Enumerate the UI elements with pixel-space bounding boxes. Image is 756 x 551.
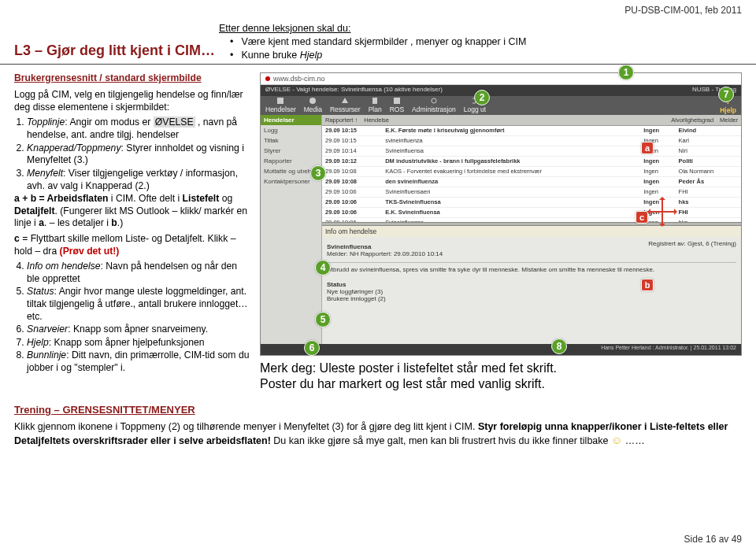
- detail-pane: Info om hendelse Svineinfluensa Registre…: [322, 226, 741, 356]
- svg-point-4: [432, 98, 436, 103]
- callout-b: b: [641, 279, 654, 291]
- training-head: Trening – GRENSESNITTET/MENYER: [14, 404, 756, 416]
- status-head: Status: [327, 281, 736, 288]
- table-row[interactable]: 29.09 10:15svineinfluenzaIngenKarl: [322, 135, 741, 146]
- point-8: Bunnlinje: Ditt navn, din primærrolle, C…: [27, 349, 250, 374]
- callout-4: 4: [315, 260, 331, 276]
- list-toolbar: Rapportert ↑ Hendelse Alvorlighetsgrad M…: [322, 115, 741, 126]
- detail-meta: Melder: NH Rapportert: 29.09.2010 10:14: [327, 250, 736, 257]
- table-row[interactable]: 29.09 10:06SvineinfluensaenIngenFHI: [322, 187, 741, 197]
- table-row[interactable]: 29.09 10:06TKS-SvineinfluensaIngenhks: [322, 197, 741, 207]
- arrow-horizontal-icon: [649, 211, 676, 213]
- menu-ros[interactable]: ROS: [388, 97, 406, 113]
- sidebar-item[interactable]: Rapporter: [261, 156, 321, 166]
- table-row[interactable]: 29.09 10:08den svineinfluenzaIngenPeder …: [322, 176, 741, 187]
- training-body: Klikk gjennom ikonene i Toppmeny (2) og …: [14, 420, 742, 448]
- doc-id: PU-DSB-CIM-001, feb 2011: [624, 5, 742, 16]
- callout-5: 5: [315, 312, 331, 327]
- menu-hendelser[interactable]: Hendelser: [264, 97, 298, 113]
- svg-rect-3: [394, 98, 400, 104]
- table-row[interactable]: 29.09 10:15E.K. Første møte i kriseutval…: [322, 126, 741, 136]
- menu-media[interactable]: Media: [302, 97, 324, 113]
- callout-2: 2: [474, 90, 490, 105]
- objective-1: Være kjent med standard skjermbilder , m…: [219, 35, 526, 49]
- svg-point-1: [309, 98, 316, 104]
- objectives: Etter denne leksjonen skal du: Være kjen…: [219, 22, 526, 62]
- url-text: www.dsb-cim.no: [273, 75, 325, 83]
- table-row[interactable]: 29.09 10:08KAOS - Forventet evakuering i…: [322, 166, 741, 176]
- callout-a: a: [641, 142, 654, 154]
- detail-registered: Registrert av: Gjest, 6 (Trening): [648, 240, 736, 250]
- sidebar-item[interactable]: Tiltak: [261, 135, 321, 146]
- lesson-title: L3 – Gjør deg litt kjent i CIM…: [14, 43, 219, 62]
- point-3: Menyfelt: Viser tilgjengelige verktøy / …: [27, 168, 250, 192]
- point-4: Info om hendelse: Navn på hendelsen og n…: [27, 261, 250, 285]
- menu-bar[interactable]: Hendelser Media Ressurser Plan ROS Admin…: [261, 96, 741, 115]
- point-c: c = Flyttbart skille mellom Liste- og De…: [14, 233, 250, 257]
- url-bar: www.dsb-cim.no: [261, 73, 741, 85]
- point-7: Hjelp: Knapp som åpner hjelpefunksjonen: [27, 337, 250, 349]
- point-5: Status: Angir hvor mange uleste loggmeld…: [27, 286, 250, 323]
- sidebar-head: Hendelser: [261, 115, 321, 125]
- detail-title: Svineinfluensa: [327, 243, 371, 250]
- point-ab: a + b = Arbeidsflaten i CIM. Ofte delt i…: [14, 193, 250, 230]
- status-item: Nye loggføringer (3): [327, 288, 736, 295]
- callout-6: 6: [304, 340, 320, 356]
- left-column: Brukergrensesnitt / standard skjermbilde…: [14, 72, 250, 394]
- menu-admin[interactable]: Administrasjon: [410, 97, 458, 113]
- right-column: www.dsb-cim.no ØVELSE - Valgt hendelse: …: [260, 72, 742, 394]
- objective-2: Kunne bruke Hjelp: [219, 49, 526, 62]
- callout-7: 7: [718, 87, 734, 102]
- sidebar-item[interactable]: Logg: [261, 125, 321, 135]
- callout-3: 3: [310, 165, 326, 181]
- list-pane[interactable]: 29.09 10:15E.K. Første møte i kriseutval…: [322, 126, 741, 222]
- menu-ressurser[interactable]: Ressurser: [328, 97, 362, 113]
- callout-1: 1: [618, 65, 634, 80]
- title-row: L3 – Gjør deg litt kjent i CIM… Etter de…: [0, 22, 756, 65]
- svg-rect-0: [277, 98, 284, 104]
- point-6: Snarveier: Knapp som åpner snarveimeny.: [27, 324, 250, 336]
- status-item: Brukere innlogget (2): [327, 295, 736, 302]
- objectives-head: Etter denne leksjonen skal du:: [219, 22, 526, 35]
- detail-head: Info om hendelse: [322, 226, 741, 237]
- table-row[interactable]: 29.09 10:14SvineinfluensaIngenNiri: [322, 146, 741, 156]
- intro: Logg på CIM, velg en tilgjengelig hendel…: [14, 89, 250, 113]
- note-text: Merk deg: Uleste poster i listefeltet st…: [260, 361, 742, 394]
- point-2: Knapperad/Toppmeny: Styrer innholdet og …: [27, 142, 250, 167]
- app-screenshot: www.dsb-cim.no ØVELSE - Valgt hendelse: …: [260, 72, 742, 356]
- detail-body: Utbrudd av svineinfluensa, spres via smi…: [327, 262, 736, 273]
- point-1: Topplinje: Angir om modus er ØVELSE , na…: [27, 116, 250, 141]
- favicon-icon: [265, 76, 270, 81]
- event-table[interactable]: 29.09 10:15E.K. Første møte i kriseutval…: [322, 126, 741, 222]
- smile-icon: ☺: [611, 434, 622, 446]
- callout-8: 8: [551, 338, 567, 354]
- table-row[interactable]: 29.09 10:12DM industriutvikke - brann i …: [322, 156, 741, 166]
- menu-plan[interactable]: Plan: [367, 97, 384, 113]
- page-number: Side 16 av 49: [684, 534, 742, 545]
- subhead: Brukergrensesnitt / standard skjermbilde: [14, 72, 250, 85]
- sidebar: Hendelser Logg Tiltak Styrer Rapporter M…: [261, 115, 322, 356]
- svg-rect-2: [372, 98, 377, 104]
- top-bar: ØVELSE - Valgt hendelse: Svineinfluensa …: [261, 85, 741, 96]
- sidebar-item[interactable]: Styrer: [261, 146, 321, 156]
- app-footer: Hans Petter Herland : Administrator. | 2…: [261, 344, 741, 355]
